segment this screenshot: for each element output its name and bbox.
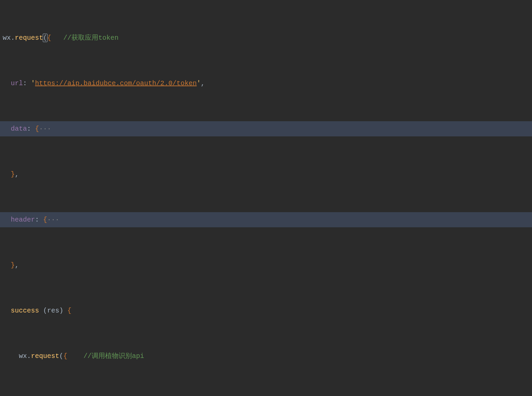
property-key: data — [11, 125, 27, 133]
fold-ellipsis-icon[interactable]: ··· — [47, 216, 59, 224]
paren-close: ) — [59, 307, 63, 315]
parameter: res — [47, 307, 59, 315]
brace-close: } — [11, 170, 15, 178]
property-key: header — [11, 216, 35, 224]
code-line[interactable]: url: 'https://aip.baidubce.com/rest/2.0/… — [0, 394, 532, 396]
code-editor[interactable]: wx.request({ //获取应用token url: 'https://a… — [0, 0, 532, 396]
code-line[interactable]: }, — [0, 167, 532, 182]
fold-ellipsis-icon[interactable]: ··· — [39, 125, 51, 133]
comma: , — [201, 79, 205, 87]
code-line[interactable]: wx.request({ //获取应用token — [0, 30, 532, 45]
brace-open: { — [47, 34, 51, 42]
code-line-folded[interactable]: header: {··· — [0, 212, 532, 227]
code-line-folded[interactable]: data: {··· — [0, 121, 532, 136]
comment: //调用植物识别api — [84, 352, 144, 360]
brace-close: } — [11, 261, 15, 269]
colon: : — [27, 125, 35, 133]
space — [63, 307, 67, 315]
dot: . — [11, 34, 15, 42]
quote: ' — [197, 79, 201, 87]
method-call: request — [31, 352, 59, 360]
comma: , — [15, 261, 19, 269]
code-line[interactable]: wx.request({ //调用植物识别api — [0, 349, 532, 364]
colon: : — [23, 79, 31, 87]
code-line[interactable]: success (res) { — [0, 303, 532, 318]
brace-open: { — [67, 307, 71, 315]
property-key: url — [11, 79, 23, 87]
quote: ' — [31, 79, 35, 87]
method-name: success — [11, 307, 39, 315]
space — [39, 307, 43, 315]
identifier: wx — [19, 352, 27, 360]
url-string: https://aip.baidubce.com/oauth/2.0/token — [35, 79, 197, 87]
brace-open: { — [35, 125, 39, 133]
code-line[interactable]: }, — [0, 258, 532, 273]
paren-open: ( — [43, 307, 47, 315]
brace-open: { — [43, 216, 47, 224]
paren-open: ( — [59, 352, 63, 360]
dot: . — [27, 352, 31, 360]
comment: //获取应用token — [63, 34, 119, 42]
code-line[interactable]: url: 'https://aip.baidubce.com/oauth/2.0… — [0, 76, 532, 91]
identifier: wx — [3, 34, 11, 42]
method-call: request — [15, 34, 43, 42]
brace-open: { — [63, 352, 67, 360]
comma: , — [15, 170, 19, 178]
colon: : — [35, 216, 43, 224]
paren-open: ( — [43, 34, 47, 42]
